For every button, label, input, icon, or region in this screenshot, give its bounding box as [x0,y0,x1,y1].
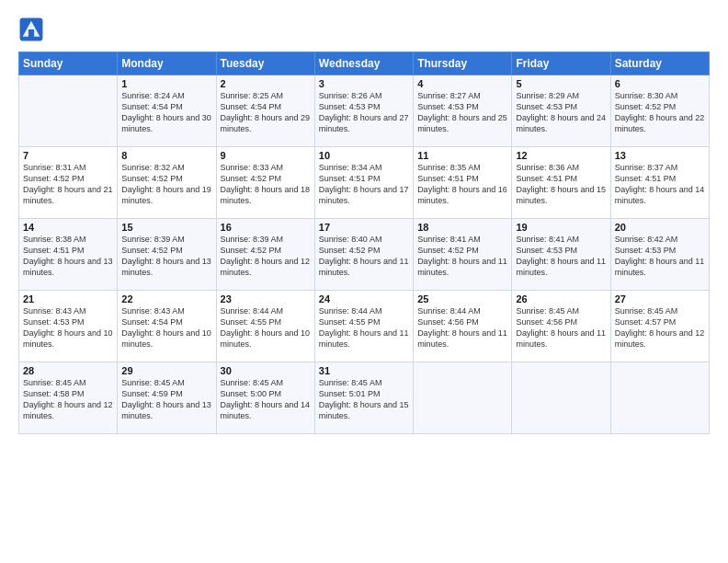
week-row-4: 21Sunrise: 8:43 AMSunset: 4:53 PMDayligh… [19,291,710,362]
day-cell: 17Sunrise: 8:40 AMSunset: 4:52 PMDayligh… [314,219,413,291]
day-cell: 22Sunrise: 8:43 AMSunset: 4:54 PMDayligh… [118,291,216,362]
day-cell: 8Sunrise: 8:32 AMSunset: 4:52 PMDaylight… [118,147,216,219]
day-number: 8 [121,150,211,161]
cell-info: Sunrise: 8:45 AMSunset: 5:00 PMDaylight:… [221,377,311,422]
cell-info: Sunrise: 8:39 AMSunset: 4:52 PMDaylight:… [221,234,311,279]
cell-info: Sunrise: 8:39 AMSunset: 4:52 PMDaylight:… [121,234,211,279]
day-cell: 12Sunrise: 8:36 AMSunset: 4:51 PMDayligh… [512,147,610,219]
day-cell: 2Sunrise: 8:25 AMSunset: 4:54 PMDaylight… [216,75,314,147]
day-number: 7 [23,150,113,161]
day-number: 9 [221,150,311,161]
week-row-5: 28Sunrise: 8:45 AMSunset: 4:58 PMDayligh… [19,362,710,434]
day-cell: 1Sunrise: 8:24 AMSunset: 4:54 PMDaylight… [118,75,216,147]
week-row-2: 7Sunrise: 8:31 AMSunset: 4:52 PMDaylight… [19,147,710,219]
day-number: 10 [319,150,409,161]
day-cell: 27Sunrise: 8:45 AMSunset: 4:57 PMDayligh… [610,291,709,362]
calendar-table: SundayMondayTuesdayWednesdayThursdayFrid… [18,52,710,434]
day-cell: 25Sunrise: 8:44 AMSunset: 4:56 PMDayligh… [414,291,512,362]
cell-info: Sunrise: 8:25 AMSunset: 4:54 PMDaylight:… [221,90,311,135]
day-cell: 20Sunrise: 8:42 AMSunset: 4:53 PMDayligh… [610,219,709,291]
day-cell: 13Sunrise: 8:37 AMSunset: 4:51 PMDayligh… [610,147,709,219]
day-number: 15 [121,222,211,233]
cell-info: Sunrise: 8:42 AMSunset: 4:53 PMDaylight:… [615,234,705,279]
weekday-header-sunday: Sunday [19,52,118,75]
cell-info: Sunrise: 8:44 AMSunset: 4:55 PMDaylight:… [221,305,311,350]
cell-info: Sunrise: 8:45 AMSunset: 4:58 PMDaylight:… [23,377,113,422]
weekday-header-tuesday: Tuesday [216,52,314,75]
svg-rect-2 [28,29,34,38]
day-number: 24 [319,293,409,304]
day-number: 1 [121,78,211,89]
weekday-header-monday: Monday [118,52,216,75]
week-row-3: 14Sunrise: 8:38 AMSunset: 4:51 PMDayligh… [19,219,710,291]
weekday-row: SundayMondayTuesdayWednesdayThursdayFrid… [19,52,710,75]
day-number: 22 [121,293,211,304]
day-cell: 15Sunrise: 8:39 AMSunset: 4:52 PMDayligh… [118,219,216,291]
cell-info: Sunrise: 8:43 AMSunset: 4:53 PMDaylight:… [23,305,113,350]
cell-info: Sunrise: 8:32 AMSunset: 4:52 PMDaylight:… [121,162,211,207]
day-number: 29 [121,365,211,376]
day-cell: 14Sunrise: 8:38 AMSunset: 4:51 PMDayligh… [19,219,118,291]
day-cell: 30Sunrise: 8:45 AMSunset: 5:00 PMDayligh… [216,362,314,434]
day-cell: 5Sunrise: 8:29 AMSunset: 4:53 PMDaylight… [512,75,610,147]
cell-info: Sunrise: 8:40 AMSunset: 4:52 PMDaylight:… [319,234,409,279]
day-number: 23 [221,293,311,304]
cell-info: Sunrise: 8:44 AMSunset: 4:55 PMDaylight:… [319,305,409,350]
day-number: 21 [23,293,113,304]
day-cell: 7Sunrise: 8:31 AMSunset: 4:52 PMDaylight… [19,147,118,219]
cell-info: Sunrise: 8:34 AMSunset: 4:51 PMDaylight:… [319,162,409,207]
cell-info: Sunrise: 8:36 AMSunset: 4:51 PMDaylight:… [516,162,606,207]
day-cell: 6Sunrise: 8:30 AMSunset: 4:52 PMDaylight… [610,75,709,147]
cell-info: Sunrise: 8:41 AMSunset: 4:52 PMDaylight:… [417,234,507,279]
day-cell: 18Sunrise: 8:41 AMSunset: 4:52 PMDayligh… [414,219,512,291]
day-cell: 24Sunrise: 8:44 AMSunset: 4:55 PMDayligh… [314,291,413,362]
cell-info: Sunrise: 8:31 AMSunset: 4:52 PMDaylight:… [23,162,113,207]
day-number: 14 [23,222,113,233]
cell-info: Sunrise: 8:45 AMSunset: 4:59 PMDaylight:… [121,377,211,422]
day-cell: 19Sunrise: 8:41 AMSunset: 4:53 PMDayligh… [512,219,610,291]
cell-info: Sunrise: 8:41 AMSunset: 4:53 PMDaylight:… [516,234,606,279]
day-number: 20 [615,222,705,233]
day-cell [414,362,512,434]
cell-info: Sunrise: 8:37 AMSunset: 4:51 PMDaylight:… [615,162,705,207]
day-cell: 9Sunrise: 8:33 AMSunset: 4:52 PMDaylight… [216,147,314,219]
day-cell [610,362,709,434]
day-number: 16 [221,222,311,233]
day-number: 25 [417,293,507,304]
day-cell: 31Sunrise: 8:45 AMSunset: 5:01 PMDayligh… [314,362,413,434]
day-number: 4 [417,78,507,89]
weekday-header-thursday: Thursday [414,52,512,75]
cell-info: Sunrise: 8:33 AMSunset: 4:52 PMDaylight:… [221,162,311,207]
day-cell [19,75,118,147]
day-number: 30 [221,365,311,376]
calendar-body: 1Sunrise: 8:24 AMSunset: 4:54 PMDaylight… [19,75,710,434]
day-number: 12 [516,150,606,161]
cell-info: Sunrise: 8:24 AMSunset: 4:54 PMDaylight:… [121,90,211,135]
cell-info: Sunrise: 8:45 AMSunset: 4:56 PMDaylight:… [516,305,606,350]
day-cell: 26Sunrise: 8:45 AMSunset: 4:56 PMDayligh… [512,291,610,362]
cell-info: Sunrise: 8:38 AMSunset: 4:51 PMDaylight:… [23,234,113,279]
day-number: 6 [615,78,705,89]
day-cell: 23Sunrise: 8:44 AMSunset: 4:55 PMDayligh… [216,291,314,362]
day-number: 17 [319,222,409,233]
cell-info: Sunrise: 8:35 AMSunset: 4:51 PMDaylight:… [417,162,507,207]
day-cell: 3Sunrise: 8:26 AMSunset: 4:53 PMDaylight… [314,75,413,147]
logo [18,17,48,42]
day-cell: 4Sunrise: 8:27 AMSunset: 4:53 PMDaylight… [414,75,512,147]
day-number: 11 [417,150,507,161]
weekday-header-wednesday: Wednesday [314,52,413,75]
cell-info: Sunrise: 8:29 AMSunset: 4:53 PMDaylight:… [516,90,606,135]
weekday-header-saturday: Saturday [610,52,709,75]
calendar-page: SundayMondayTuesdayWednesdayThursdayFrid… [0,0,728,563]
day-number: 5 [516,78,606,89]
day-number: 18 [417,222,507,233]
cell-info: Sunrise: 8:45 AMSunset: 5:01 PMDaylight:… [319,377,409,422]
day-number: 28 [23,365,113,376]
cell-info: Sunrise: 8:43 AMSunset: 4:54 PMDaylight:… [121,305,211,350]
day-cell: 28Sunrise: 8:45 AMSunset: 4:58 PMDayligh… [19,362,118,434]
cell-info: Sunrise: 8:44 AMSunset: 4:56 PMDaylight:… [417,305,507,350]
day-number: 27 [615,293,705,304]
day-cell: 11Sunrise: 8:35 AMSunset: 4:51 PMDayligh… [414,147,512,219]
calendar-header: SundayMondayTuesdayWednesdayThursdayFrid… [19,52,710,75]
day-cell [512,362,610,434]
